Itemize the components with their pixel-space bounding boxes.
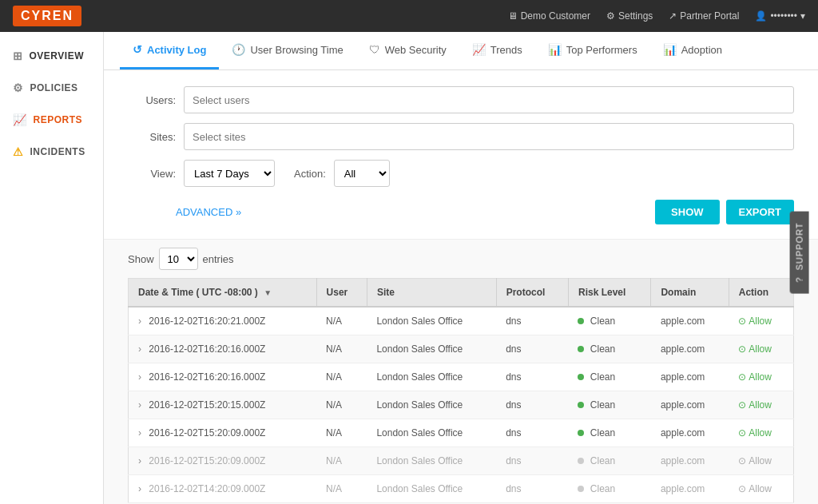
col-header-site[interactable]: Site <box>367 279 496 308</box>
top-navigation: CYREN 🖥 Demo Customer ⚙ Settings ↗ Partn… <box>0 0 818 32</box>
risk-dot <box>578 346 584 352</box>
expand-icon[interactable]: › <box>138 371 141 383</box>
monitor-icon: 🖥 <box>508 10 518 22</box>
cell-protocol: dns <box>496 363 568 391</box>
cell-action: ⊙ Allow <box>729 391 793 419</box>
cell-protocol: dns <box>496 447 568 475</box>
action-badge: ⊙ Allow <box>738 399 784 411</box>
tab-top-performers[interactable]: 📊 Top Performers <box>535 32 650 69</box>
advanced-link[interactable]: ADVANCED » <box>176 206 241 218</box>
cell-datetime: › 2016-12-02T14:20:09.000Z <box>129 475 317 503</box>
risk-dot <box>578 430 584 436</box>
cell-action: ⊙ Allow <box>729 363 793 391</box>
sidebar-item-overview[interactable]: ⊞ OVERVIEW <box>0 40 103 72</box>
sidebar-item-incidents[interactable]: ⚠ INCIDENTS <box>0 136 103 168</box>
table-row[interactable]: › 2016-12-02T16:20:16.000Z N/A London Sa… <box>129 363 794 391</box>
cell-action: ⊙ Allow <box>729 419 793 447</box>
show-label: Show <box>128 253 154 265</box>
sidebar: ⊞ OVERVIEW ⚙ POLICIES 📈 REPORTS ⚠ INCIDE… <box>0 32 104 504</box>
entries-select[interactable]: 10 25 50 <box>159 248 198 270</box>
col-header-action[interactable]: Action <box>729 279 793 308</box>
action-select[interactable]: All Allow Block <box>334 160 390 187</box>
cell-action: ⊙ Allow <box>729 307 793 335</box>
table-row[interactable]: › 2016-12-02T16:20:21.000Z N/A London Sa… <box>129 307 794 335</box>
export-button[interactable]: EXPORT <box>726 200 794 224</box>
cell-site: London Sales Office <box>367 447 496 475</box>
expand-icon[interactable]: › <box>138 399 141 411</box>
cell-risk-level: Clean <box>568 475 650 503</box>
main-content: ↺ Activity Log 🕐 User Browsing Time 🛡 We… <box>104 32 818 504</box>
sites-filter-row: Sites: <box>128 123 794 150</box>
table-row[interactable]: › 2016-12-02T15:20:09.000Z N/A London Sa… <box>129 419 794 447</box>
cell-site: London Sales Office <box>367 391 496 419</box>
demo-customer[interactable]: 🖥 Demo Customer <box>508 10 590 22</box>
table-row[interactable]: › 2016-12-02T15:20:09.000Z N/A London Sa… <box>129 447 794 475</box>
tab-user-browsing-time[interactable]: 🕐 User Browsing Time <box>219 32 355 69</box>
gear-icon: ⚙ <box>606 10 615 22</box>
filters-section: Users: Sites: View: Last 7 Days Last 30 … <box>104 70 818 240</box>
cell-protocol: dns <box>496 475 568 503</box>
reports-icon: 📈 <box>13 113 27 126</box>
cell-datetime: › 2016-12-02T15:20:15.000Z <box>129 391 317 419</box>
cell-site: London Sales Office <box>367 419 496 447</box>
tabs-bar: ↺ Activity Log 🕐 User Browsing Time 🛡 We… <box>104 32 818 70</box>
col-header-datetime[interactable]: Date & Time ( UTC -08:00 ) ▼ <box>129 279 317 308</box>
cell-risk-level: Clean <box>568 391 650 419</box>
col-header-protocol[interactable]: Protocol <box>496 279 568 308</box>
col-header-domain[interactable]: Domain <box>651 279 729 308</box>
expand-icon[interactable]: › <box>138 315 141 327</box>
support-tab[interactable]: ? SUPPORT <box>789 211 808 293</box>
chevron-down-icon: ▾ <box>800 10 805 22</box>
partner-portal-link[interactable]: ↗ Partner Portal <box>669 10 739 22</box>
users-input[interactable] <box>184 86 794 113</box>
action-badge: ⊙ Allow <box>738 343 784 355</box>
cell-user: N/A <box>316 391 367 419</box>
cell-datetime: › 2016-12-02T15:20:09.000Z <box>129 447 317 475</box>
show-button[interactable]: SHOW <box>655 200 719 224</box>
action-badge: ⊙ Allow <box>738 483 784 494</box>
action-badge: ⊙ Allow <box>738 371 784 383</box>
expand-icon[interactable]: › <box>138 455 141 466</box>
cell-domain: apple.com <box>651 391 729 419</box>
table-controls: Show 10 25 50 entries <box>128 248 794 270</box>
sidebar-item-policies[interactable]: ⚙ POLICIES <box>0 72 103 104</box>
allow-icon: ⊙ <box>738 483 746 494</box>
cell-action: ⊙ Allow <box>729 335 793 363</box>
cell-user: N/A <box>316 447 367 475</box>
tab-activity-log[interactable]: ↺ Activity Log <box>120 32 219 69</box>
cell-datetime: › 2016-12-02T16:20:21.000Z <box>129 307 317 335</box>
table-row[interactable]: › 2016-12-02T16:20:16.000Z N/A London Sa… <box>129 335 794 363</box>
cell-domain: apple.com <box>651 419 729 447</box>
cell-site: London Sales Office <box>367 335 496 363</box>
cell-user: N/A <box>316 419 367 447</box>
table-header: Date & Time ( UTC -08:00 ) ▼ User Site P… <box>129 279 794 308</box>
overview-icon: ⊞ <box>13 50 23 62</box>
action-buttons: SHOW EXPORT <box>655 200 794 224</box>
cell-user: N/A <box>316 307 367 335</box>
web-security-icon: 🛡 <box>369 43 380 56</box>
cell-action: ⊙ Allow <box>729 475 793 503</box>
expand-icon[interactable]: › <box>138 427 141 439</box>
tab-trends[interactable]: 📈 Trends <box>459 32 535 69</box>
sites-input[interactable] <box>184 123 794 150</box>
col-header-risk-level[interactable]: Risk Level <box>568 279 650 308</box>
cell-protocol: dns <box>496 307 568 335</box>
table-row[interactable]: › 2016-12-02T14:20:09.000Z N/A London Sa… <box>129 475 794 503</box>
expand-icon[interactable]: › <box>138 343 141 355</box>
user-menu[interactable]: 👤 •••••••• ▾ <box>755 10 805 22</box>
cell-datetime: › 2016-12-02T16:20:16.000Z <box>129 335 317 363</box>
tab-web-security[interactable]: 🛡 Web Security <box>356 32 459 69</box>
col-header-user[interactable]: User <box>316 279 367 308</box>
users-label: Users: <box>128 94 176 106</box>
table-row[interactable]: › 2016-12-02T15:20:15.000Z N/A London Sa… <box>129 391 794 419</box>
expand-icon[interactable]: › <box>138 483 141 494</box>
action-badge: ⊙ Allow <box>738 315 784 327</box>
sidebar-item-reports[interactable]: 📈 REPORTS <box>0 104 103 136</box>
settings-link[interactable]: ⚙ Settings <box>606 10 653 22</box>
table-section: Show 10 25 50 entries Date & Time ( UTC … <box>104 240 818 504</box>
tab-adoption[interactable]: 📊 Adoption <box>650 32 735 69</box>
action-badge: ⊙ Allow <box>738 427 784 439</box>
cell-action: ⊙ Allow <box>729 447 793 475</box>
adoption-icon: 📊 <box>663 43 677 56</box>
view-select[interactable]: Last 7 Days Last 30 Days Last 90 Days <box>184 160 275 187</box>
